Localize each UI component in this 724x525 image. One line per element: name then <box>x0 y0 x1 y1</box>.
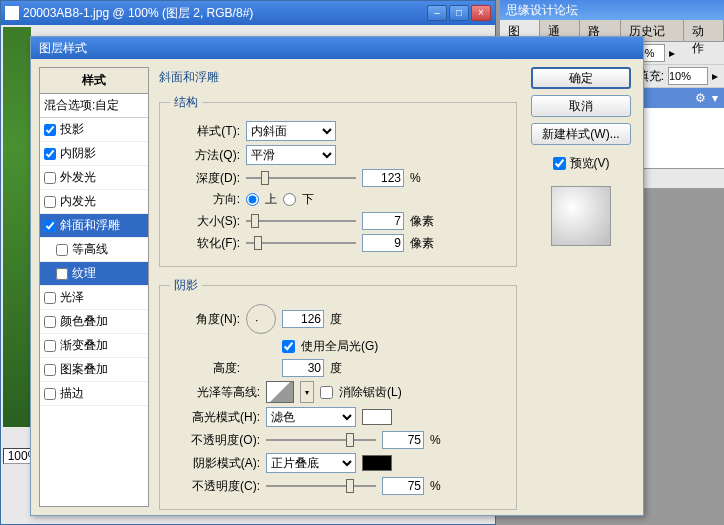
maximize-button[interactable]: □ <box>449 5 469 21</box>
angle-label: 角度(N): <box>170 311 240 328</box>
style-item-1[interactable]: 内阴影 <box>40 142 148 166</box>
highlight-mode-select[interactable]: 滤色 <box>266 407 356 427</box>
dir-down-label: 下 <box>302 191 314 208</box>
style-checkbox[interactable] <box>44 340 56 352</box>
style-item-6[interactable]: 纹理 <box>40 262 148 286</box>
style-checkbox[interactable] <box>56 244 68 256</box>
style-label: 纹理 <box>72 265 96 282</box>
style-item-11[interactable]: 描边 <box>40 382 148 406</box>
shadow-mode-label: 阴影模式(A): <box>170 455 260 472</box>
style-item-3[interactable]: 内发光 <box>40 190 148 214</box>
doc-titlebar: 20003AB8-1.jpg @ 100% (图层 2, RGB/8#) – □… <box>1 1 495 25</box>
style-checkbox[interactable] <box>44 220 56 232</box>
style-checkbox[interactable] <box>56 268 68 280</box>
hl-opacity-label: 不透明度(O): <box>170 432 260 449</box>
dir-down-radio[interactable] <box>283 193 296 206</box>
blend-options[interactable]: 混合选项:自定 <box>40 94 148 118</box>
fx-icon[interactable]: ⚙ <box>695 91 706 105</box>
style-label: 图案叠加 <box>60 361 108 378</box>
style-checkbox[interactable] <box>44 196 56 208</box>
style-list-header[interactable]: 样式 <box>40 68 148 94</box>
style-checkbox[interactable] <box>44 316 56 328</box>
method-select[interactable]: 平滑 <box>246 145 336 165</box>
chevron-down-icon[interactable]: ▸ <box>669 46 675 60</box>
angle-unit: 度 <box>330 311 342 328</box>
preview-checkbox[interactable] <box>553 157 566 170</box>
hl-opacity-unit: % <box>430 433 441 447</box>
altitude-input[interactable] <box>282 359 324 377</box>
structure-legend: 结构 <box>170 94 202 111</box>
dir-up-radio[interactable] <box>246 193 259 206</box>
gloss-contour[interactable] <box>266 381 294 403</box>
chevron-down-icon[interactable]: ▸ <box>712 69 718 83</box>
style-checkbox[interactable] <box>44 124 56 136</box>
tab-actions[interactable]: 动作 <box>684 20 724 41</box>
size-unit: 像素 <box>410 213 434 230</box>
size-input[interactable] <box>362 212 404 230</box>
preview-swatch <box>551 186 611 246</box>
depth-slider[interactable] <box>246 169 356 187</box>
soften-input[interactable] <box>362 234 404 252</box>
style-checkbox[interactable] <box>44 364 56 376</box>
global-light-checkbox[interactable] <box>282 340 295 353</box>
layer-style-dialog: 图层样式 样式 混合选项:自定 投影内阴影外发光内发光斜面和浮雕等高线纹理光泽颜… <box>30 36 644 516</box>
angle-input[interactable] <box>282 310 324 328</box>
style-item-7[interactable]: 光泽 <box>40 286 148 310</box>
style-checkbox[interactable] <box>44 172 56 184</box>
panel-header: 思缘设计论坛 <box>500 0 724 20</box>
highlight-mode-label: 高光模式(H): <box>170 409 260 426</box>
sh-opacity-slider[interactable] <box>266 477 376 495</box>
button-column: 确定 取消 新建样式(W)... 预览(V) <box>527 67 635 507</box>
style-item-8[interactable]: 颜色叠加 <box>40 310 148 334</box>
style-label: 描边 <box>60 385 84 402</box>
close-button[interactable]: × <box>471 5 491 21</box>
style-label: 等高线 <box>72 241 108 258</box>
cancel-button[interactable]: 取消 <box>531 95 631 117</box>
shading-fieldset: 阴影 角度(N): · 度 使用全局光(G) 高度: 度 <box>159 277 517 510</box>
style-label: 内阴影 <box>60 145 96 162</box>
soften-unit: 像素 <box>410 235 434 252</box>
new-style-button[interactable]: 新建样式(W)... <box>531 123 631 145</box>
shading-legend: 阴影 <box>170 277 202 294</box>
style-item-10[interactable]: 图案叠加 <box>40 358 148 382</box>
altitude-unit: 度 <box>330 360 342 377</box>
style-item-5[interactable]: 等高线 <box>40 238 148 262</box>
chevron-down-icon[interactable]: ▾ <box>300 381 314 403</box>
hl-opacity-slider[interactable] <box>266 431 376 449</box>
style-item-4[interactable]: 斜面和浮雕 <box>40 214 148 238</box>
shadow-color[interactable] <box>362 455 392 471</box>
style-select[interactable]: 内斜面 <box>246 121 336 141</box>
shadow-mode-select[interactable]: 正片叠底 <box>266 453 356 473</box>
dir-up-label: 上 <box>265 191 277 208</box>
chevron-icon[interactable]: ▾ <box>712 91 718 105</box>
sh-opacity-input[interactable] <box>382 477 424 495</box>
soften-slider[interactable] <box>246 234 356 252</box>
angle-dial[interactable]: · <box>246 304 276 334</box>
highlight-color[interactable] <box>362 409 392 425</box>
ok-button[interactable]: 确定 <box>531 67 631 89</box>
hl-opacity-input[interactable] <box>382 431 424 449</box>
style-item-0[interactable]: 投影 <box>40 118 148 142</box>
anti-alias-checkbox[interactable] <box>320 386 333 399</box>
direction-label: 方向: <box>170 191 240 208</box>
anti-alias-label: 消除锯齿(L) <box>339 384 402 401</box>
style-checkbox[interactable] <box>44 292 56 304</box>
settings-panel: 斜面和浮雕 结构 样式(T): 内斜面 方法(Q): 平滑 深度(D): % <box>159 67 517 507</box>
canvas[interactable] <box>3 27 31 427</box>
structure-fieldset: 结构 样式(T): 内斜面 方法(Q): 平滑 深度(D): % 方向: <box>159 94 517 267</box>
style-checkbox[interactable] <box>44 388 56 400</box>
sh-opacity-label: 不透明度(C): <box>170 478 260 495</box>
size-label: 大小(S): <box>170 213 240 230</box>
size-slider[interactable] <box>246 212 356 230</box>
depth-label: 深度(D): <box>170 170 240 187</box>
style-label: 光泽 <box>60 289 84 306</box>
style-checkbox[interactable] <box>44 148 56 160</box>
dialog-title: 图层样式 <box>31 37 643 59</box>
depth-input[interactable] <box>362 169 404 187</box>
fill-value[interactable] <box>668 67 708 85</box>
style-item-9[interactable]: 渐变叠加 <box>40 334 148 358</box>
style-item-2[interactable]: 外发光 <box>40 166 148 190</box>
doc-title: 20003AB8-1.jpg @ 100% (图层 2, RGB/8#) <box>23 5 427 22</box>
minimize-button[interactable]: – <box>427 5 447 21</box>
style-label: 渐变叠加 <box>60 337 108 354</box>
